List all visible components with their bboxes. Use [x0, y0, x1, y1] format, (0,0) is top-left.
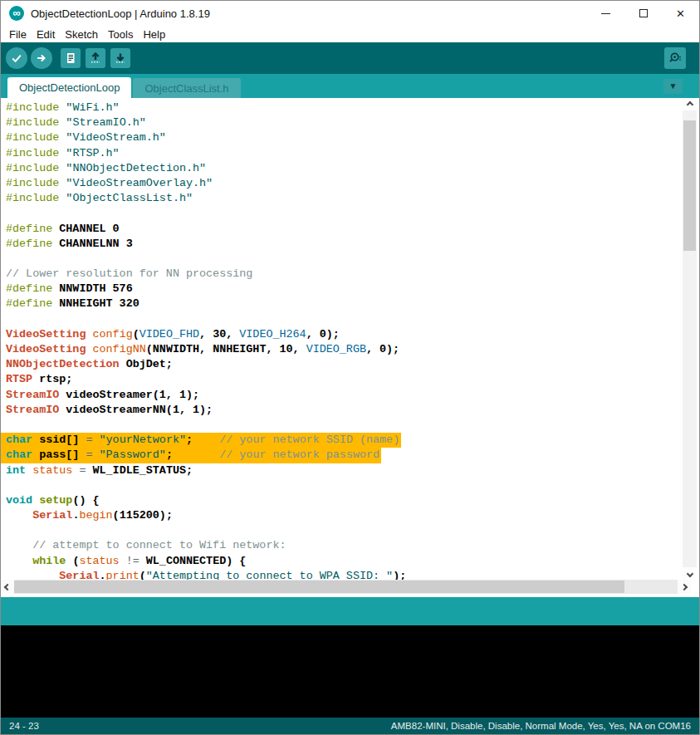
- horizontal-scroll-track[interactable]: [14, 580, 678, 594]
- tab-menu-button[interactable]: ▼: [663, 79, 683, 94]
- title-bar: ∞ ObjectDetectionLoop | Arduino 1.8.19 ✕: [1, 1, 699, 26]
- vertical-scrollbar[interactable]: [683, 98, 697, 580]
- code-line: Serial.begin(115200);: [6, 508, 683, 523]
- code-line: // attempt to connect to Wifi network:: [6, 538, 683, 553]
- toolbar: [1, 42, 699, 74]
- upload-button[interactable]: [31, 47, 52, 69]
- code-line: StreamIO videoStreamerNN(1, 1);: [6, 403, 683, 418]
- code-line: [6, 478, 683, 493]
- close-icon: ✕: [676, 8, 685, 19]
- code-line: #define CHANNEL 0: [6, 222, 683, 237]
- code-line: #include "NNObjectDetection.h": [6, 161, 683, 176]
- arrow-up-tray-icon: [89, 51, 102, 65]
- window-title: ObjectDetectionLoop | Arduino 1.8.19: [31, 7, 210, 20]
- horizontal-scrollbar[interactable]: [1, 580, 699, 594]
- code-line: #include "VideoStream.h": [6, 130, 683, 145]
- arduino-ide-window: ∞ ObjectDetectionLoop | Arduino 1.8.19 ✕…: [0, 0, 700, 735]
- open-button[interactable]: [86, 48, 105, 68]
- code-line: #include "RTSP.h": [6, 146, 683, 161]
- close-button[interactable]: ✕: [662, 1, 699, 26]
- code-line: void setup() {: [6, 493, 683, 508]
- magnifier-icon: [668, 51, 683, 66]
- code-line: [6, 523, 683, 538]
- code-line: VideoSetting configNN(NNWIDTH, NNHEIGHT,…: [6, 342, 683, 357]
- minimize-icon: [601, 13, 610, 14]
- code-line: while (status != WL_CONNECTED) {: [6, 554, 683, 569]
- code-line: Serial.print("Attempting to connect to W…: [6, 569, 683, 580]
- code-line: #include "ObjectClassList.h": [6, 191, 683, 206]
- scroll-up-button[interactable]: [683, 98, 697, 110]
- code-line: StreamIO videoStreamer(1, 1);: [6, 388, 683, 403]
- code-line: #define NNHEIGHT 320: [6, 296, 683, 311]
- window-controls: ✕: [587, 1, 699, 26]
- menu-item-sketch[interactable]: Sketch: [60, 28, 103, 41]
- vertical-scroll-track[interactable]: [683, 110, 697, 567]
- menu-item-edit[interactable]: Edit: [32, 28, 60, 41]
- checkmark-icon: [10, 51, 23, 65]
- code-line: [6, 206, 683, 221]
- vertical-scroll-thumb[interactable]: [683, 120, 696, 251]
- console-output: [1, 625, 699, 718]
- code-line: RTSP rtsp;: [6, 372, 683, 387]
- code-line: [6, 252, 683, 267]
- status-bar: 24 - 23 AMB82-MINI, Disable, Disable, No…: [1, 718, 699, 734]
- code-area[interactable]: #include "WiFi.h"#include "StreamIO.h"#i…: [1, 98, 683, 580]
- code-line: #include "VideoStreamOverlay.h": [6, 176, 683, 191]
- chevron-left-icon: [4, 583, 11, 590]
- arduino-logo-icon: ∞: [9, 6, 24, 21]
- scroll-down-button[interactable]: [683, 567, 697, 580]
- code-line: #include "WiFi.h": [6, 100, 683, 115]
- code-line: char ssid[] = "yourNetwork"; // your net…: [1, 433, 401, 448]
- code-line: #define NNWIDTH 576: [6, 282, 683, 296]
- maximize-button[interactable]: [624, 1, 662, 26]
- code-line: NNObjectDetection ObjDet;: [6, 357, 683, 372]
- status-notice-strip: [1, 597, 699, 625]
- horizontal-scroll-thumb[interactable]: [14, 581, 624, 593]
- chevron-right-icon: [681, 583, 688, 590]
- code-line: #include "StreamIO.h": [6, 115, 683, 130]
- chevron-down-icon: [686, 570, 693, 576]
- arrow-right-icon: [35, 51, 48, 65]
- chevron-down-icon: ▼: [669, 82, 678, 91]
- verify-button[interactable]: [6, 47, 27, 69]
- code-line: [6, 312, 683, 327]
- code-line: VideoSetting config(VIDEO_FHD, 30, VIDEO…: [6, 327, 683, 342]
- save-button[interactable]: [110, 48, 130, 68]
- document-icon: [64, 51, 77, 65]
- code-line: #define CHANNELNN 3: [6, 237, 683, 252]
- tab-objectdetectionloop[interactable]: ObjectDetectionLoop: [7, 77, 131, 98]
- cursor-position: 24 - 23: [9, 721, 39, 731]
- code-line: // Lower resolution for NN processing: [6, 267, 683, 282]
- chevron-up-icon: [686, 100, 693, 107]
- scroll-left-button[interactable]: [1, 580, 14, 594]
- new-sketch-button[interactable]: [61, 48, 81, 68]
- menu-item-tools[interactable]: Tools: [103, 28, 138, 41]
- arrow-down-tray-icon: [114, 51, 127, 65]
- scroll-right-button[interactable]: [678, 580, 691, 594]
- editor-region: #include "WiFi.h"#include "StreamIO.h"#i…: [1, 98, 699, 580]
- menu-bar: File Edit Sketch Tools Help: [1, 26, 699, 42]
- tab-bar: ObjectDetectionLoop ObjectClassList.h ▼: [1, 74, 699, 98]
- maximize-icon: [639, 9, 648, 17]
- tab-objectclasslist[interactable]: ObjectClassList.h: [133, 78, 240, 98]
- serial-monitor-button[interactable]: [664, 47, 686, 69]
- code-line: int status = WL_IDLE_STATUS;: [6, 463, 683, 478]
- code-line: [6, 418, 683, 433]
- board-port-info: AMB82-MINI, Disable, Disable, Normal Mod…: [391, 721, 691, 731]
- menu-item-help[interactable]: Help: [138, 28, 170, 41]
- code-line: char pass[] = "Password"; // your networ…: [1, 448, 381, 463]
- minimize-button[interactable]: [587, 1, 624, 26]
- menu-item-file[interactable]: File: [4, 28, 32, 41]
